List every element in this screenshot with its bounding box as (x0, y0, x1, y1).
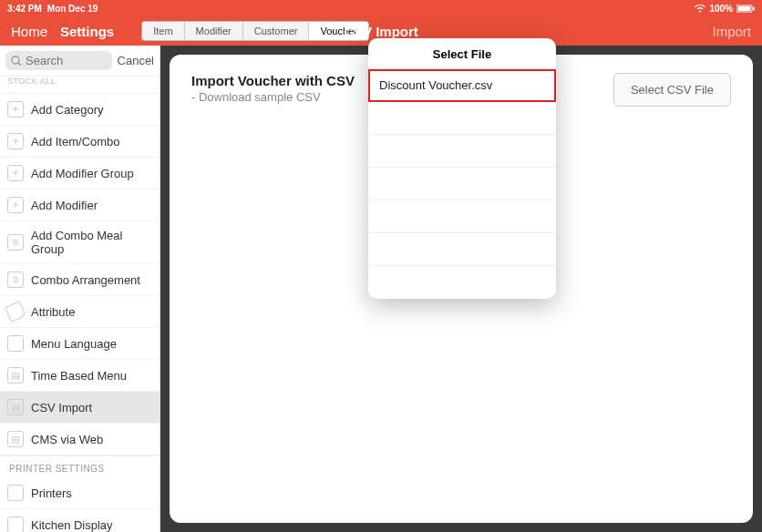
file-row-empty (368, 168, 556, 200)
file-row-discount-voucher[interactable]: Discount Voucher.csv (368, 69, 556, 102)
nav-import-button[interactable]: Import (712, 24, 751, 39)
list-icon (7, 271, 24, 288)
nav-home[interactable]: Home (11, 24, 47, 39)
sidebar-item-label: Attribute (31, 305, 75, 319)
search-box[interactable] (5, 51, 112, 70)
sidebar-item-menu-language[interactable]: Menu Language (0, 328, 160, 360)
sidebar-item-csv-import[interactable]: CSV Import (0, 392, 160, 424)
sidebar-item-label: Time Based Menu (31, 369, 127, 383)
sidebar-item-label: Add Combo Meal Group (31, 229, 152, 256)
svg-point-3 (12, 56, 19, 64)
search-cancel[interactable]: Cancel (118, 54, 154, 67)
file-row-empty (368, 233, 556, 266)
file-row-empty (368, 135, 556, 168)
sidebar-item-add-modifier-group[interactable]: Add Modifier Group (0, 158, 160, 189)
file-row-empty (368, 102, 556, 135)
search-input[interactable] (26, 54, 107, 67)
import-type-segmented: Item Modifier Customer Voucher (141, 21, 369, 41)
sidebar: Cancel STOCK ALL Add Category Add Item/C… (0, 46, 160, 532)
sidebar-item-label: Add Modifier (31, 199, 98, 212)
web-icon (7, 431, 24, 447)
select-file-popover: Select File Discount Voucher.csv (368, 38, 556, 299)
document-icon (7, 399, 24, 415)
list-icon (7, 234, 24, 251)
plus-icon (7, 165, 24, 181)
file-row-empty (368, 200, 556, 233)
search-row: Cancel (0, 46, 160, 77)
file-row-empty (368, 266, 556, 299)
tab-modifier[interactable]: Modifier (185, 22, 243, 40)
sidebar-item-time-based-menu[interactable]: Time Based Menu (0, 360, 160, 392)
sidebar-item-label: CSV Import (31, 401, 92, 414)
tag-icon (5, 301, 26, 322)
status-time: 3:42 PM (7, 4, 42, 14)
sidebar-item-label: Add Modifier Group (31, 167, 134, 180)
sidebar-item-add-category[interactable]: Add Category (0, 94, 160, 126)
status-date: Mon Dec 19 (47, 4, 98, 14)
svg-line-4 (18, 63, 21, 66)
page-title: CSV Import (344, 24, 418, 39)
sidebar-item-cms-via-web[interactable]: CMS via Web (0, 424, 160, 455)
popover-title: Select File (368, 38, 556, 69)
printer-icon (7, 485, 24, 501)
sidebar-item-label: CMS via Web (31, 433, 103, 446)
clipboard-icon (7, 367, 24, 384)
display-icon (7, 517, 24, 532)
sidebar-item-label: Add Category (31, 103, 104, 117)
sidebar-section-truncated: STOCK ALL (0, 77, 160, 94)
nav-settings[interactable]: Settings (60, 24, 114, 39)
sidebar-item-label: Add Item/Combo (31, 135, 120, 148)
plus-icon (7, 197, 24, 213)
plus-icon (7, 101, 24, 118)
battery-icon (736, 5, 755, 13)
sidebar-item-label: Menu Language (31, 337, 117, 351)
search-icon (11, 56, 22, 66)
tab-item[interactable]: Item (142, 22, 184, 40)
sidebar-item-label: Kitchen Display (31, 518, 113, 532)
sidebar-section-printer: PRINTER SETTINGS (0, 456, 160, 477)
sidebar-item-label: Combo Arrangement (31, 273, 140, 287)
wifi-icon (695, 5, 705, 13)
sidebar-item-add-item-combo[interactable]: Add Item/Combo (0, 126, 160, 158)
sidebar-item-kitchen-display[interactable]: Kitchen Display (0, 509, 160, 532)
sidebar-item-printers[interactable]: Printers (0, 477, 160, 509)
select-csv-button[interactable]: Select CSV File (613, 73, 731, 107)
sidebar-item-combo-arrangement[interactable]: Combo Arrangement (0, 264, 160, 296)
status-bar: 3:42 PM Mon Dec 19 100% (0, 0, 762, 16)
sidebar-item-add-modifier[interactable]: Add Modifier (0, 189, 160, 221)
sidebar-item-label: Printers (31, 486, 72, 500)
sidebar-item-add-combo-meal-group[interactable]: Add Combo Meal Group (0, 221, 160, 264)
status-battery-pct: 100% (709, 4, 733, 14)
svg-rect-2 (753, 6, 755, 10)
svg-rect-1 (738, 5, 751, 11)
sidebar-item-attribute[interactable]: Attribute (0, 296, 160, 328)
tab-customer[interactable]: Customer (243, 22, 310, 40)
plus-icon (7, 133, 24, 149)
language-icon (7, 335, 24, 352)
